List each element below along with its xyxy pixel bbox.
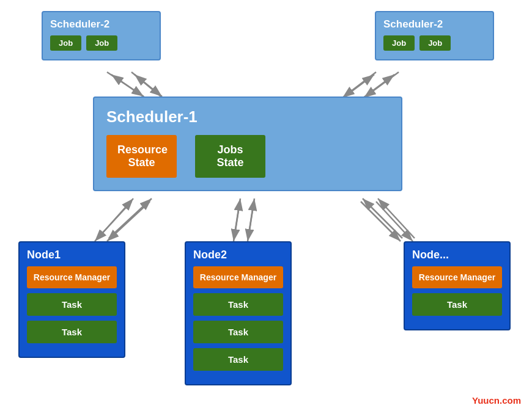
svg-line-2 [107, 72, 144, 97]
scheduler2-tl-title: Scheduler-2 [50, 18, 152, 31]
resource-state-box: Resource State [106, 135, 177, 178]
svg-line-13 [109, 199, 152, 238]
node2: Node2 Resource Manager Task Task Task [185, 241, 292, 385]
scheduler2-top-left: Scheduler-2 Job Job [42, 11, 161, 60]
scheduler2-tl-jobs: Job Job [50, 35, 152, 51]
scheduler2-top-right: Scheduler-2 Job Job [375, 11, 494, 60]
svg-line-11 [107, 202, 150, 241]
node1-resource-manager: Resource Manager [27, 266, 117, 288]
watermark: Yuucn.com [472, 395, 521, 406]
node3: Node... Resource Manager Task [404, 241, 511, 330]
svg-line-21 [378, 199, 415, 238]
svg-line-15 [248, 202, 254, 241]
svg-line-12 [98, 199, 133, 238]
node2-title: Node2 [193, 249, 283, 261]
svg-line-19 [376, 202, 413, 241]
state-row: Resource State Jobs State [106, 135, 389, 178]
svg-line-6 [364, 72, 399, 98]
node2-resource-manager: Resource Manager [193, 266, 283, 288]
node1-task1: Task [27, 293, 117, 316]
scheduler2-tl-job2: Job [86, 35, 117, 51]
node2-task2: Task [193, 321, 283, 343]
svg-line-8 [361, 75, 394, 100]
node1: Node1 Resource Manager Task Task [18, 241, 125, 358]
node2-task3: Task [193, 348, 283, 371]
svg-line-20 [363, 199, 402, 238]
scheduler2-tr-job2: Job [419, 35, 451, 51]
svg-line-18 [361, 202, 401, 241]
node3-title: Node... [412, 249, 502, 261]
node1-task2: Task [27, 321, 117, 343]
scheduler2-tl-job1: Job [50, 35, 81, 51]
svg-line-16 [234, 199, 240, 238]
node3-resource-manager: Resource Manager [412, 266, 502, 288]
node3-task1: Task [412, 293, 502, 316]
jobs-state-box: Jobs State [195, 135, 265, 178]
svg-line-3 [131, 72, 162, 97]
svg-line-7 [342, 72, 376, 98]
svg-line-14 [234, 202, 240, 241]
svg-line-5 [135, 75, 164, 99]
svg-line-9 [341, 75, 374, 100]
node2-task1: Task [193, 293, 283, 316]
scheduler2-tr-job1: Job [383, 35, 415, 51]
svg-line-4 [111, 75, 147, 99]
node1-title: Node1 [27, 249, 117, 261]
diagram: Scheduler-2 Job Job Scheduler-2 Job Job … [0, 0, 532, 419]
scheduler1-title: Scheduler-1 [106, 107, 389, 126]
scheduler2-tr-jobs: Job Job [383, 35, 486, 51]
svg-line-17 [248, 199, 254, 238]
scheduler1: Scheduler-1 Resource State Jobs State [93, 97, 402, 191]
scheduler2-tr-title: Scheduler-2 [383, 18, 486, 31]
svg-line-10 [95, 202, 131, 241]
